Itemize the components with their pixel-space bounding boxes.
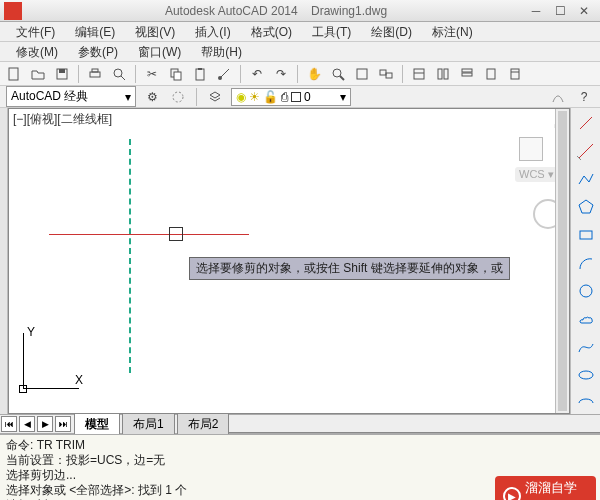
zoom-win-icon[interactable] xyxy=(376,64,396,84)
viewport-label[interactable]: [−][俯视][二维线框] xyxy=(13,111,112,128)
play-icon: ▶ xyxy=(503,487,521,500)
tab-first-icon[interactable]: ⏮ xyxy=(1,416,17,432)
app-badge[interactable] xyxy=(4,2,22,20)
menu-tools[interactable]: 工具(T) xyxy=(302,22,361,41)
save-icon[interactable] xyxy=(52,64,72,84)
svg-rect-0 xyxy=(9,68,18,80)
spline-icon[interactable] xyxy=(575,336,597,358)
layer-name: 0 xyxy=(304,90,311,104)
menu-bar-1: 文件(F) 编辑(E) 视图(V) 插入(I) 格式(O) 工具(T) 绘图(D… xyxy=(0,22,600,42)
menu-edit[interactable]: 编辑(E) xyxy=(65,22,125,41)
svg-marker-30 xyxy=(579,200,593,213)
line-icon[interactable] xyxy=(575,112,597,134)
circle-icon[interactable] xyxy=(575,280,597,302)
undo-icon[interactable]: ↶ xyxy=(247,64,267,84)
copy-icon[interactable] xyxy=(166,64,186,84)
minimize-button[interactable]: ─ xyxy=(524,2,548,20)
svg-point-11 xyxy=(218,76,222,80)
svg-rect-8 xyxy=(174,72,181,80)
match-icon[interactable] xyxy=(214,64,234,84)
menu-modify[interactable]: 修改(M) xyxy=(6,42,68,61)
ellipse-arc-icon[interactable] xyxy=(575,392,597,414)
tab-last-icon[interactable]: ⏭ xyxy=(55,416,71,432)
vertical-scrollbar[interactable] xyxy=(555,109,569,413)
menu-insert[interactable]: 插入(I) xyxy=(185,22,240,41)
svg-line-13 xyxy=(340,76,344,80)
lock-icon: 🔓 xyxy=(263,90,278,104)
toolpal-icon[interactable] xyxy=(457,64,477,84)
zoom-ext-icon[interactable] xyxy=(352,64,372,84)
print-icon[interactable] xyxy=(85,64,105,84)
layer-mgr-icon[interactable] xyxy=(205,87,225,107)
style-icon[interactable] xyxy=(548,87,568,107)
polyline-icon[interactable] xyxy=(575,168,597,190)
svg-rect-20 xyxy=(444,69,448,79)
menu-param[interactable]: 参数(P) xyxy=(68,42,128,61)
draw-palette xyxy=(570,108,600,414)
menu-window[interactable]: 窗口(W) xyxy=(128,42,191,61)
redo-icon[interactable]: ↷ xyxy=(271,64,291,84)
drawn-vline xyxy=(129,139,131,373)
sheet-icon[interactable] xyxy=(481,64,501,84)
svg-rect-4 xyxy=(92,69,98,72)
cut-icon[interactable]: ✂ xyxy=(142,64,162,84)
props-icon[interactable] xyxy=(409,64,429,84)
tab-next-icon[interactable]: ▶ xyxy=(37,416,53,432)
tab-layout2[interactable]: 布局2 xyxy=(177,413,230,435)
chevron-down-icon: ▾ xyxy=(340,90,346,104)
drawn-hline xyxy=(49,234,249,235)
chevron-down-icon: ▾ xyxy=(125,90,131,104)
ucs-y-label: Y xyxy=(27,325,35,339)
menu-help[interactable]: 帮助(H) xyxy=(191,42,252,61)
workspace-label: AutoCAD 经典 xyxy=(11,88,88,105)
close-button[interactable]: ✕ xyxy=(572,2,596,20)
tab-layout1[interactable]: 布局1 xyxy=(122,413,175,435)
workspace-dropdown[interactable]: AutoCAD 经典▾ xyxy=(6,86,136,107)
layer-color-swatch xyxy=(291,92,301,102)
dcenter-icon[interactable] xyxy=(433,64,453,84)
pan-icon[interactable]: ✋ xyxy=(304,64,324,84)
command-history: 命令: TR TRIM 当前设置：投影=UCS，边=无 选择剪切边... 选择对… xyxy=(0,434,600,500)
menu-draw[interactable]: 绘图(D) xyxy=(361,22,422,41)
arc-icon[interactable] xyxy=(575,252,597,274)
new-icon[interactable] xyxy=(4,64,24,84)
svg-line-28 xyxy=(579,144,593,158)
watermark-logo: ▶ 溜溜自学zixue.3d66.com xyxy=(495,476,596,500)
menu-dim[interactable]: 标注(N) xyxy=(422,22,483,41)
svg-line-6 xyxy=(121,76,125,80)
standard-toolbar: ✂ ↶ ↷ ✋ xyxy=(0,62,600,86)
open-icon[interactable] xyxy=(28,64,48,84)
maximize-button[interactable]: ☐ xyxy=(548,2,572,20)
svg-rect-22 xyxy=(462,73,472,76)
viewcube[interactable]: ⌂ WCS ▾ xyxy=(501,117,561,187)
home-icon[interactable]: ⌂ xyxy=(501,117,561,131)
menu-file[interactable]: 文件(F) xyxy=(6,22,65,41)
zoom-icon[interactable] xyxy=(328,64,348,84)
svg-point-5 xyxy=(114,69,122,77)
help-icon[interactable]: ? xyxy=(574,87,594,107)
left-dock-strip[interactable] xyxy=(0,108,8,414)
menu-format[interactable]: 格式(O) xyxy=(241,22,302,41)
ucs-x-label: X xyxy=(75,373,83,387)
wcs-label[interactable]: WCS ▾ xyxy=(515,167,558,182)
tab-model[interactable]: 模型 xyxy=(74,413,120,435)
ellipse-icon[interactable] xyxy=(575,364,597,386)
polygon-icon[interactable] xyxy=(575,196,597,218)
drawing-canvas[interactable]: [−][俯视][二维线框] 选择要修剪的对象，或按住 Shift 键选择要延伸的… xyxy=(8,108,570,414)
tab-prev-icon[interactable]: ◀ xyxy=(19,416,35,432)
rectangle-icon[interactable] xyxy=(575,224,597,246)
layer-dropdown[interactable]: ◉ ☀ 🔓 ⎙ 0 ▾ xyxy=(231,88,351,106)
preview-icon[interactable] xyxy=(109,64,129,84)
svg-point-33 xyxy=(579,371,593,379)
menu-view[interactable]: 视图(V) xyxy=(125,22,185,41)
ucs-icon: Y X xyxy=(17,325,87,395)
calc-icon[interactable] xyxy=(505,64,525,84)
paste-icon[interactable] xyxy=(190,64,210,84)
revcloud-icon[interactable] xyxy=(575,308,597,330)
construction-line-icon[interactable] xyxy=(575,140,597,162)
workspace-bar: AutoCAD 经典▾ ⚙ ◉ ☀ 🔓 ⎙ 0 ▾ ? xyxy=(0,86,600,108)
svg-rect-15 xyxy=(380,70,386,75)
ws-gear-icon[interactable]: ⚙ xyxy=(142,87,162,107)
viewcube-face[interactable] xyxy=(519,137,543,161)
ws-settings-icon[interactable] xyxy=(168,87,188,107)
